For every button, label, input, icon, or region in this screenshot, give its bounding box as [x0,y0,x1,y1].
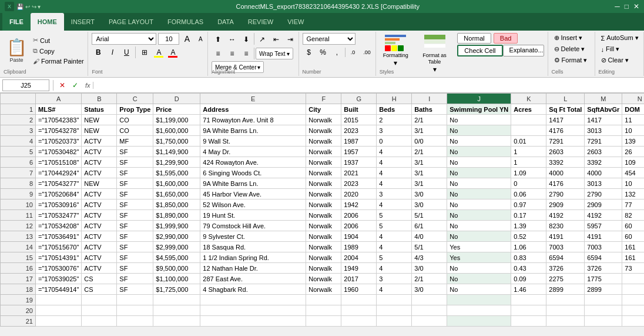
tab-data[interactable]: DATA [210,13,241,31]
cell-I17[interactable]: 2/1 [412,274,447,284]
cell-A19[interactable] [36,295,82,305]
cell-H9[interactable]: 3 [377,189,412,199]
cell-H8[interactable]: 4 [377,178,412,189]
cell-K13[interactable]: 0.52 [511,231,546,242]
italic-button[interactable]: I [106,46,119,59]
cell-F3[interactable]: Norwalk [306,125,341,136]
cell-N12[interactable]: 60 [622,221,644,231]
cell-M5[interactable]: 2603 [585,147,622,157]
cell-K7[interactable]: 1.09 [511,168,546,178]
cell-F16[interactable]: Norwalk [306,263,341,274]
cell-K21[interactable] [511,316,546,327]
format-cells-btn[interactable]: ⚙ Format ▾ [552,55,590,65]
cell-D3[interactable]: $1,600,000 [153,125,200,136]
cell-B18[interactable]: CS [82,284,117,295]
bad-style[interactable]: Bad [494,33,518,44]
cell-H2[interactable]: 2 [377,115,412,125]
cell-B9[interactable]: ACTV [82,189,117,199]
indent-decrease-btn[interactable]: ⇤ [270,33,283,46]
cell-E18[interactable]: 4 Shagbark Rd. [200,284,306,295]
copy-button[interactable]: ⧉ Copy [31,46,86,56]
cell-L9[interactable]: 2790 [546,189,585,199]
cell-G19[interactable] [341,295,377,305]
cell-D12[interactable]: $1,999,900 [153,221,200,231]
cell-H15[interactable]: 5 [377,252,412,263]
cell-H3[interactable]: 3 [377,125,412,136]
cell-N9[interactable]: 132 [622,189,644,199]
cell-K8[interactable]: 0 [511,178,546,189]
col-header-K[interactable]: K [511,94,546,104]
cell-N5[interactable]: 26 [622,147,644,157]
cell-E17[interactable]: 287 East Ave. [200,274,306,284]
cell-L3[interactable]: 4176 [546,125,585,136]
cell-J16[interactable]: No [447,263,511,274]
cut-button[interactable]: ✂ Cut [31,35,86,45]
col-header-H[interactable]: H [377,94,412,104]
cell-L8[interactable]: 4176 [546,178,585,189]
col-header-I[interactable]: I [412,94,447,104]
autosum-btn[interactable]: Σ AutoSum ▾ [599,33,641,43]
decrease-decimal-btn[interactable]: .0 [347,46,360,59]
cell-E7[interactable]: 6 Singing Woods Ct. [200,168,306,178]
cell-K10[interactable]: 0.97 [511,199,546,210]
cell-K11[interactable]: 0.17 [511,210,546,221]
cell-M6[interactable]: 3392 [585,157,622,168]
cell-B4[interactable]: ACTV [82,136,117,147]
cell-C19[interactable] [117,295,153,305]
cell-B19[interactable] [82,295,117,305]
cell-D17[interactable]: $1,100,000 [153,274,200,284]
cell-J13[interactable]: No [447,231,511,242]
cell-L1[interactable]: Sq Ft Total [546,104,585,115]
cell-I16[interactable]: 3/0 [412,263,447,274]
cell-H20[interactable] [377,305,412,316]
cell-I12[interactable]: 6/1 [412,221,447,231]
cell-L15[interactable]: 6594 [546,252,585,263]
percent-btn[interactable]: % [317,46,330,59]
cell-I10[interactable]: 3/0 [412,199,447,210]
border-button[interactable]: ⊞ [138,46,151,59]
cell-C16[interactable]: SF [117,263,153,274]
cell-M17[interactable]: 1775 [585,274,622,284]
cell-B11[interactable]: ACTV [82,210,117,221]
cell-K9[interactable]: 0.06 [511,189,546,199]
cell-B12[interactable]: ACTV [82,221,117,231]
cell-L2[interactable]: 1417 [546,115,585,125]
cell-A11[interactable]: ="170532477" [36,210,82,221]
cell-E20[interactable] [200,305,306,316]
font-name-select[interactable]: Arial [92,33,156,45]
cell-L20[interactable] [546,305,585,316]
cell-J18[interactable]: No [447,284,511,295]
cell-F9[interactable]: Norwalk [306,189,341,199]
cell-H16[interactable]: 4 [377,263,412,274]
cell-N2[interactable]: 11 [622,115,644,125]
cell-L10[interactable]: 2909 [546,199,585,210]
cell-C15[interactable]: SF [117,252,153,263]
col-header-N[interactable]: N [622,94,644,104]
cell-A14[interactable]: ="170515670" [36,242,82,252]
cell-D16[interactable]: $9,500,000 [153,263,200,274]
cell-I4[interactable]: 0/0 [412,136,447,147]
cell-D11[interactable]: $1,890,000 [153,210,200,221]
font-color-button[interactable]: A [166,46,179,59]
cell-C21[interactable] [117,316,153,327]
number-format-select[interactable]: General [303,33,355,45]
cell-D14[interactable]: $2,999,000 [153,242,200,252]
scroll-area[interactable]: A B C D E F G H I J K L M N O P [0,93,644,336]
cell-N1[interactable]: DOM [622,104,644,115]
cell-E16[interactable]: 12 Nathan Hale Dr. [200,263,306,274]
cell-L11[interactable]: 4192 [546,210,585,221]
cell-E14[interactable]: 18 Sasqua Rd. [200,242,306,252]
cell-K3[interactable] [511,125,546,136]
cell-I14[interactable]: 5/1 [412,242,447,252]
paste-button[interactable]: 📋 Paste [4,34,29,68]
cell-E3[interactable]: 9A White Barns Ln. [200,125,306,136]
cell-L19[interactable] [546,295,585,305]
cell-F12[interactable]: Norwalk [306,221,341,231]
cell-B8[interactable]: NEW [82,178,117,189]
insert-cells-btn[interactable]: ⊕ Insert ▾ [552,33,590,43]
cell-E2[interactable]: 71 Rowayton Ave. Unit 8 [200,115,306,125]
format-as-table-button[interactable]: Format as Table ▾ [414,33,455,75]
cell-N19[interactable] [622,295,644,305]
cell-M18[interactable]: 2899 [585,284,622,295]
cell-J11[interactable]: No [447,210,511,221]
